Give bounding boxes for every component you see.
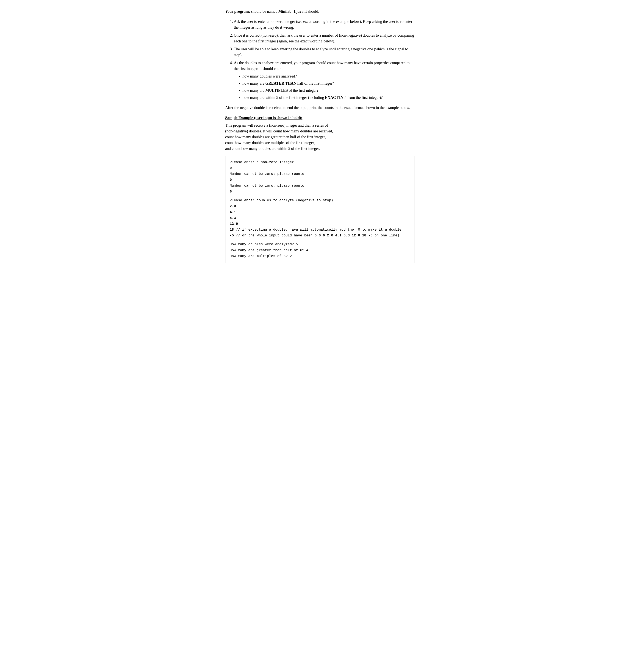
terminal-line-2: 0 [230,165,410,171]
sample-section: Sample Example (user input is shown in b… [225,115,415,152]
instruction-1: Ask the user to enter a non-zero integer… [234,19,415,30]
page-title: Your program: should be named Minilab_1.… [225,9,415,14]
terminal-box: Please enter a non-zero integer 0 Number… [225,156,415,263]
bullet-1: how many doubles were analyzed? [243,73,415,79]
terminal-gap-2 [230,239,410,242]
terminal-line-14: How many doubles were analyzed? 5 [230,242,410,248]
instructions-list: Ask the user to enter a non-zero integer… [234,19,415,101]
sample-desc-2: (non-negative) doubles. It will count ho… [225,128,415,134]
bullet-3: how many are MULTIPLES of the first inte… [243,88,415,93]
terminal-line-3: Number cannot be zero; please reenter [230,171,410,177]
bullet-list: how many doubles were analyzed? how many… [243,73,415,101]
instruction-4: As the doubles to analyze are entered, y… [234,60,415,101]
program-name: Minilab_1.java [278,9,304,14]
terminal-line-16: How many are multiples of 6? 2 [230,253,410,259]
terminal-line-9: 4.1 [230,209,410,215]
terminal-gap-1 [230,195,410,198]
terminal-line-15: How many are greater than half of 6? 4 [230,248,410,253]
after-text: After the negative double is received to… [225,105,415,111]
terminal-line-12: 18 // if expecting a double, java will a… [230,227,410,233]
terminal-line-8: 2.0 [230,204,410,209]
sample-title: Sample Example (user input is shown in b… [225,115,415,121]
terminal-line-13: -5 // or the whole input could have been… [230,233,410,239]
terminal-line-6: 6 [230,189,410,195]
comment-2: // or the whole input could have been 0 … [234,234,399,238]
terminal-line-4: 0 [230,177,410,183]
sample-desc-3: count how many doubles are greater than … [225,134,415,140]
terminal-line-7: Please enter doubles to analyze (negativ… [230,198,410,204]
terminal-line-1: Please enter a non-zero integer [230,160,410,165]
sample-desc-4: count how many doubles are multiples of … [225,140,415,146]
sample-desc-5: and count how many doubles are within 5 … [225,146,415,152]
program-desc: should be named [250,9,278,14]
terminal-line-10: 5.3 [230,215,410,221]
terminal-line-5: Number cannot be zero; please reenter [230,183,410,189]
instruction-2: Once it is correct (non-zero), then ask … [234,32,415,44]
instruction-3: The user will be able to keep entering t… [234,46,415,58]
sample-desc-1: This program will receive a (non-zero) i… [225,122,415,128]
program-label: Your program: [225,9,250,14]
comment-1: // if expecting a double, java will auto… [234,228,402,232]
bullet-4: how many are within 5 of the first integ… [243,95,415,101]
program-end: It should: [303,9,319,14]
terminal-line-11: 12.0 [230,221,410,227]
bullet-2: how many are GREATER THAN half of the fi… [243,80,415,86]
page-content: Your program: should be named Minilab_1.… [225,9,415,263]
